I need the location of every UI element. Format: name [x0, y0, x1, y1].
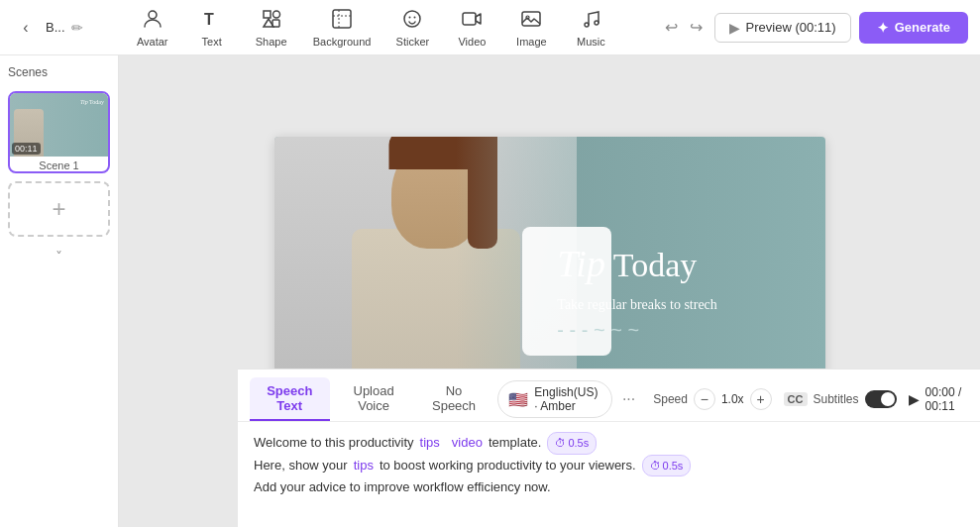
svg-point-7	[409, 16, 411, 18]
subtitles-control: CC Subtitles	[784, 390, 897, 408]
svg-rect-9	[463, 13, 476, 25]
video-icon	[461, 8, 483, 33]
bottom-panel: Speech TextUpload VoiceNo Speech 🇺🇸 Engl…	[238, 369, 980, 527]
svg-point-13	[595, 21, 599, 25]
timing-badge-1[interactable]: ⏱0.5s	[547, 432, 597, 455]
subtitles-label: Subtitles	[814, 392, 859, 406]
playback-control: ▶ 00:00 / 00:11	[909, 385, 968, 413]
sidebar: Scenes Tip Today 00:11 Scene 1 + ˅	[0, 55, 119, 527]
speech-line-3: Add your advice to improve workflow effi…	[254, 476, 964, 498]
clock-icon: ⏱	[650, 457, 661, 475]
background-icon	[331, 8, 353, 33]
time-current: 00:00	[926, 385, 955, 399]
tab-upload-voice[interactable]: Upload Voice	[334, 377, 414, 421]
toolbar-right: ↩ ↪ ▶ Preview (00:11) ✦ Generate	[661, 12, 968, 44]
main-area: Scenes Tip Today 00:11 Scene 1 + ˅	[0, 55, 980, 527]
add-scene-button[interactable]: +	[8, 181, 110, 237]
image-label: Image	[516, 36, 547, 48]
scene-item-1[interactable]: Tip Today 00:11 Scene 1	[8, 91, 110, 173]
undo-button[interactable]: ↩	[661, 14, 682, 41]
tool-shape[interactable]: Shape	[244, 4, 299, 52]
svg-point-12	[585, 23, 589, 27]
canvas-title: Tip Today	[557, 242, 805, 285]
speed-decrease-button[interactable]: −	[694, 388, 715, 410]
shape-icon	[261, 8, 282, 33]
back-button[interactable]: ‹	[12, 14, 40, 42]
time-total: 00:11	[926, 399, 955, 413]
speech-word: template.	[489, 432, 541, 454]
speed-increase-button[interactable]: +	[750, 388, 772, 410]
video-label: Video	[458, 36, 486, 48]
sticker-label: Sticker	[396, 36, 430, 48]
preview-label: Preview (00:11)	[746, 20, 836, 35]
shape-label: Shape	[256, 36, 287, 48]
tool-text[interactable]: TText	[184, 4, 240, 52]
tool-image[interactable]: Image	[503, 4, 559, 52]
subtitles-toggle[interactable]	[865, 390, 897, 408]
generate-label: Generate	[895, 20, 950, 35]
speech-line-1: Welcome to this productivity tips video …	[254, 432, 964, 455]
svg-point-0	[149, 11, 157, 19]
tool-video[interactable]: Video	[444, 4, 499, 52]
scene-thumb-1: Tip Today 00:11	[10, 93, 108, 157]
avatar-label: Avatar	[137, 36, 168, 48]
avatar-icon	[142, 8, 163, 33]
redo-button[interactable]: ↪	[686, 14, 707, 41]
canvas-title-italic: Tip	[557, 243, 605, 284]
language-more-button[interactable]: ···	[616, 386, 641, 412]
svg-rect-2	[264, 11, 271, 18]
toolbar-tools: AvatarTTextShapeBackgroundStickerVideoIm…	[99, 4, 645, 52]
svg-rect-5	[333, 10, 351, 28]
sticker-icon	[401, 8, 423, 33]
scene-name-1: Scene 1	[10, 159, 108, 171]
time-separator: /	[958, 385, 961, 399]
speech-line-2: Here, show your tips to boost working pr…	[254, 455, 964, 477]
toolbar-left: ‹ B... ✏	[12, 14, 83, 42]
music-label: Music	[577, 36, 605, 48]
tool-music[interactable]: Music	[563, 4, 618, 52]
svg-point-8	[414, 16, 416, 18]
speech-word-highlight: tips	[354, 455, 374, 476]
svg-text:T: T	[204, 11, 214, 28]
svg-rect-10	[522, 12, 540, 26]
tool-background[interactable]: Background	[303, 4, 381, 52]
generate-button[interactable]: ✦ Generate	[859, 12, 968, 44]
speech-word: Add your advice to improve workflow effi…	[254, 476, 551, 498]
time-display: 00:00 / 00:11	[926, 385, 968, 413]
timing-badge-2[interactable]: ⏱0.5s	[642, 455, 692, 477]
canvas-subtitle: Take regular breaks to strech	[557, 297, 805, 313]
speech-word: Here, show your	[254, 455, 348, 476]
image-icon	[520, 8, 542, 33]
speed-control: Speed − 1.0x +	[653, 388, 771, 410]
tool-sticker[interactable]: Sticker	[384, 4, 440, 52]
sidebar-chevron: ˅	[8, 249, 110, 264]
speech-word-highlight: video	[452, 432, 483, 454]
playback-play-button[interactable]: ▶	[909, 391, 920, 407]
speech-word: Welcome to this productivity	[254, 432, 414, 454]
scenes-label: Scenes	[8, 65, 110, 79]
speech-text-area: Welcome to this productivity tips video …	[238, 422, 980, 527]
tab-speech-text[interactable]: Speech Text	[250, 377, 330, 421]
language-text: English(US) · Amber	[534, 385, 601, 413]
toolbar: ‹ B... ✏ AvatarTTextShapeBackgroundStick…	[0, 0, 980, 55]
preview-play-icon: ▶	[729, 20, 740, 36]
timing-value-1: 0.5s	[568, 434, 589, 453]
speech-word-highlight: tips	[420, 432, 440, 454]
bottom-tabs: Speech TextUpload VoiceNo Speech 🇺🇸 Engl…	[238, 369, 980, 422]
text-label: Text	[202, 36, 222, 48]
undo-redo-group: ↩ ↪	[661, 14, 707, 41]
tab-no-speech[interactable]: No Speech	[418, 377, 490, 421]
speed-label: Speed	[653, 392, 688, 406]
project-title: B...	[46, 20, 65, 35]
background-label: Background	[313, 36, 372, 48]
text-icon: T	[201, 8, 223, 33]
speed-value: 1.0x	[721, 392, 744, 406]
scene-timer: 00:11	[12, 143, 41, 155]
right-panel: Tip Today Take regular breaks to strech …	[119, 55, 980, 527]
edit-title-button[interactable]: ✏	[71, 20, 83, 36]
sidebar-collapse-button[interactable]: ˅	[55, 249, 62, 264]
tool-avatar[interactable]: Avatar	[125, 4, 180, 52]
language-selector[interactable]: 🇺🇸 English(US) · Amber	[497, 380, 612, 418]
preview-button[interactable]: ▶ Preview (00:11)	[714, 13, 851, 43]
cc-badge: CC	[784, 392, 808, 406]
